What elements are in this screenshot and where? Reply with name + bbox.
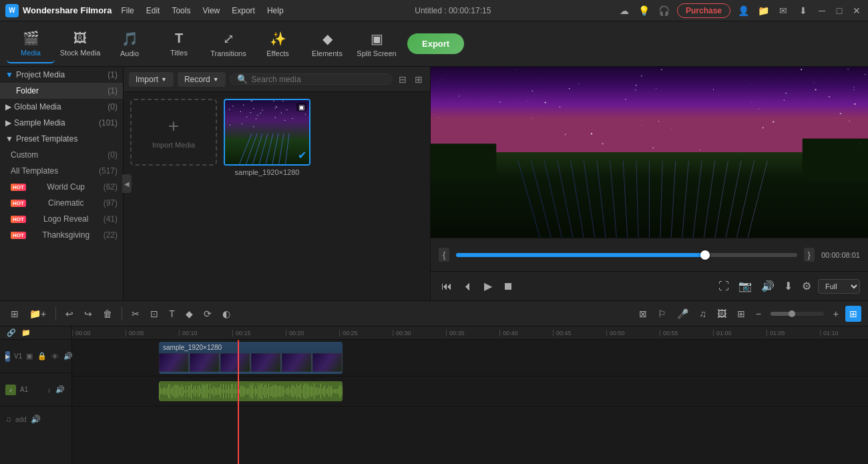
filter-icon[interactable]: ⊟ xyxy=(397,72,409,87)
audio-music-toggle[interactable]: ♪ xyxy=(46,384,53,395)
export-frame-button[interactable]: ⬇ xyxy=(781,277,795,295)
media-item-sample[interactable]: ▣ ✔ sample_1920×1280 xyxy=(224,99,310,176)
purchase-button[interactable]: Purchase xyxy=(677,3,730,18)
import-media-placeholder[interactable]: + Import Media xyxy=(130,99,217,166)
template-cinematic[interactable]: HOT Cinematic (97) xyxy=(0,195,123,211)
user-icon[interactable]: 👤 xyxy=(736,3,750,18)
template-all[interactable]: All Templates (517) xyxy=(0,163,123,179)
volume-button[interactable]: 🔊 xyxy=(758,277,777,295)
template-logo-reveal[interactable]: HOT Logo Reveal (41) xyxy=(0,211,123,227)
crop-button[interactable]: ⊡ xyxy=(146,306,162,322)
project-media-header[interactable]: ▼ Project Media (1) xyxy=(0,67,123,83)
marker-button[interactable]: ⚐ xyxy=(654,306,670,322)
hot-badge-cinematic: HOT xyxy=(11,200,26,207)
audio-adjust-button[interactable]: ♫ xyxy=(695,306,710,322)
headset-icon[interactable]: 🎧 xyxy=(657,3,672,18)
add-track-row[interactable]: ♫ add 🔊 xyxy=(0,407,71,432)
mail-icon[interactable]: ✉ xyxy=(776,3,791,18)
video-clip[interactable]: sample_1920×1280 xyxy=(159,342,343,374)
zoom-in-button[interactable]: + xyxy=(829,306,843,322)
toolbar-elements[interactable]: ◆ Elements xyxy=(303,25,351,63)
sample-media-header[interactable]: ▶ Sample Media (101) xyxy=(0,115,123,131)
search-input[interactable] xyxy=(252,75,385,84)
media-label: Media xyxy=(21,49,41,57)
fit-timeline-button[interactable]: ⊞ xyxy=(845,306,861,322)
cloud-icon[interactable]: ☁ xyxy=(617,3,632,18)
undo-button[interactable]: ↩ xyxy=(61,306,77,322)
bulb-icon[interactable]: 💡 xyxy=(637,3,652,18)
zoom-slider[interactable] xyxy=(771,312,824,316)
menu-help[interactable]: Help xyxy=(262,4,289,17)
toolbar-effects[interactable]: ✨ Effects xyxy=(254,25,302,63)
in-point-button[interactable]: { xyxy=(439,248,449,262)
menu-file[interactable]: File xyxy=(116,4,139,17)
stop-button[interactable]: ⏹ xyxy=(500,278,516,295)
text-button[interactable]: T xyxy=(165,306,179,322)
color-button[interactable]: ◐ xyxy=(218,306,234,322)
step-back-button[interactable]: ⏴ xyxy=(460,278,476,295)
template-thanksgiving[interactable]: HOT Thanksgiving (22) xyxy=(0,227,123,243)
media-lib-icon[interactable]: 📁 xyxy=(756,3,771,18)
minimize-button[interactable]: ─ xyxy=(816,5,828,17)
fit-screen-button[interactable]: ⛶ xyxy=(716,278,732,295)
template-world-cup[interactable]: HOT World Cup (62) xyxy=(0,179,123,195)
link-video-audio-button[interactable]: 🔗 xyxy=(5,327,17,338)
import-media-label: Import Media xyxy=(152,141,195,149)
timeline-ruler[interactable]: 00:0000:0500:1000:1500:2000:2500:3000:35… xyxy=(72,326,868,340)
effects-icon: ✨ xyxy=(270,31,286,47)
main-toolbar: 🎬 Media 🖼 Stock Media 🎵 Audio T Titles ⤢… xyxy=(0,21,868,67)
video-thumb-toggle[interactable]: ▣ xyxy=(25,351,34,362)
zoom-select[interactable]: Full 50% 75% 100% xyxy=(818,279,860,294)
play-button[interactable]: ▶ xyxy=(481,277,495,295)
menu-edit[interactable]: Edit xyxy=(141,4,166,17)
tl-separator-2 xyxy=(122,307,122,320)
audio-vol-toggle[interactable]: 🔊 xyxy=(54,384,66,395)
thumbnail-button[interactable]: 🖼 xyxy=(713,306,730,322)
video-lock-toggle[interactable]: 🔒 xyxy=(36,351,48,362)
import-button[interactable]: Import ▼ xyxy=(129,72,174,87)
toolbar-audio[interactable]: 🎵 Audio xyxy=(105,25,154,63)
folder-item[interactable]: Folder (1) xyxy=(0,83,123,99)
toolbar-media[interactable]: 🎬 Media xyxy=(7,25,55,63)
zoom-thumb xyxy=(789,310,795,317)
global-media-header[interactable]: ▶ Global Media (0) xyxy=(0,99,123,115)
menu-export[interactable]: Export xyxy=(226,4,260,17)
add-clip-button[interactable]: ⊞ xyxy=(7,306,23,322)
effects-label: Effects xyxy=(266,49,288,57)
delete-button[interactable]: 🗑 xyxy=(99,306,116,322)
project-media-label: Project Media xyxy=(16,70,65,79)
export-button[interactable]: Export xyxy=(407,33,464,54)
pip-button[interactable]: ⊞ xyxy=(733,306,749,322)
close-button[interactable]: ✕ xyxy=(851,5,863,17)
add-track-button[interactable]: 📁+ xyxy=(25,306,50,322)
menu-tools[interactable]: Tools xyxy=(166,4,196,17)
cut-button[interactable]: ✂ xyxy=(128,306,144,322)
snapshot-button[interactable]: 📷 xyxy=(736,277,754,295)
maximize-button[interactable]: □ xyxy=(833,5,845,17)
menu-view[interactable]: View xyxy=(197,4,225,17)
keyframe-button[interactable]: ◆ xyxy=(182,306,197,322)
snap-button[interactable]: ⊠ xyxy=(635,306,651,322)
rewind-button[interactable]: ⏮ xyxy=(439,278,455,295)
panel-collapse-button[interactable]: ◀ xyxy=(122,174,132,193)
record-button[interactable]: Record ▼ xyxy=(178,72,226,87)
toolbar-split-screen[interactable]: ▣ Split Screen xyxy=(353,25,401,63)
audio-clip[interactable] xyxy=(159,381,343,401)
grid-icon[interactable]: ⊞ xyxy=(413,72,425,87)
redo-button[interactable]: ↪ xyxy=(80,306,96,322)
toolbar-transitions[interactable]: ⤢ Transitions xyxy=(204,25,252,63)
zoom-out-button[interactable]: − xyxy=(752,306,765,322)
preview-progress-bar[interactable] xyxy=(456,253,797,257)
video-eye-toggle[interactable]: 👁 xyxy=(50,351,60,362)
toolbar-stock-media[interactable]: 🖼 Stock Media xyxy=(56,25,104,63)
download-icon[interactable]: ⬇ xyxy=(796,3,811,18)
out-point-button[interactable]: } xyxy=(804,248,815,262)
template-custom[interactable]: Custom (0) xyxy=(0,147,123,163)
mic-button[interactable]: 🎤 xyxy=(673,306,692,322)
track-add-button[interactable]: 📁 xyxy=(20,327,32,338)
speed-button[interactable]: ⟳ xyxy=(200,306,216,322)
settings-button[interactable]: ⚙ xyxy=(799,277,814,295)
toolbar-titles[interactable]: T Titles xyxy=(155,25,203,63)
preset-templates-header[interactable]: ▼ Preset Templates xyxy=(0,131,123,147)
tracks-area: sample_1920×1280 ✂ xyxy=(72,340,868,464)
